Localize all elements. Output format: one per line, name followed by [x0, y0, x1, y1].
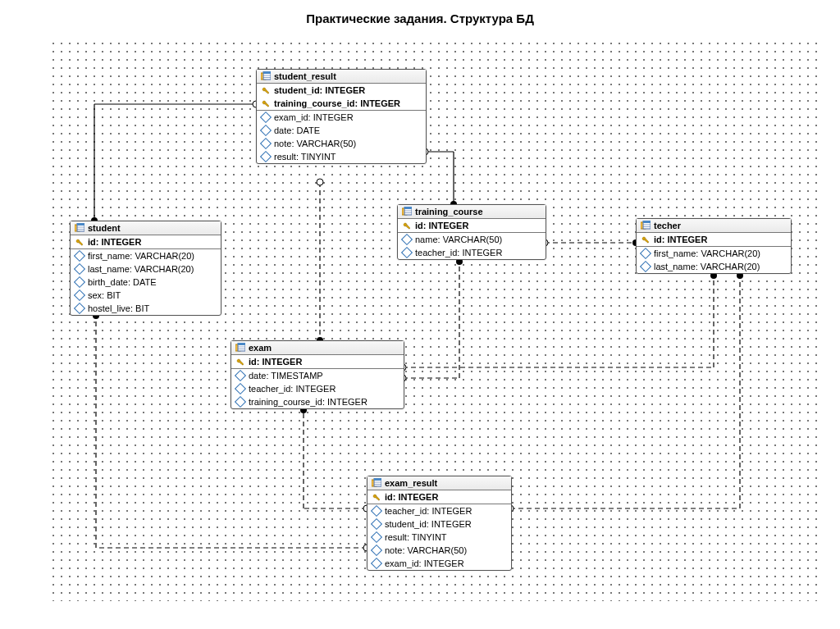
entity-exam_result[interactable]: exam_result id: INTEGERteacher_id: INTEG… [367, 476, 512, 571]
key-icon [641, 235, 650, 244]
column: last_name: VARCHAR(20) [71, 262, 221, 276]
key-icon [236, 358, 244, 366]
column: exam_id: INTEGER [368, 557, 511, 570]
column: student_id: INTEGER [368, 517, 511, 531]
diamond-icon [401, 247, 413, 258]
entity-name: exam [249, 343, 272, 353]
diamond-icon [235, 383, 246, 394]
key-icon [372, 493, 381, 501]
diamond-icon [235, 396, 246, 408]
diamond-icon [401, 234, 413, 245]
column: last_name: VARCHAR(20) [637, 260, 791, 273]
column: teacher_id: INTEGER [398, 246, 546, 259]
entity-training_course[interactable]: training_course id: INTEGERname: VARCHAR… [397, 204, 546, 260]
entity-header: student [71, 221, 221, 235]
diamond-icon [371, 505, 382, 517]
entity-name: student_result [274, 71, 336, 81]
key-icon [403, 221, 411, 230]
column: note: VARCHAR(50) [257, 137, 426, 150]
entity-techer[interactable]: techer id: INTEGERfirst_name: VARCHAR(20… [636, 218, 792, 274]
table-icon [641, 221, 651, 230]
table-icon [402, 207, 412, 217]
diamond-icon [371, 558, 382, 569]
pk-group: id: INTEGER [637, 233, 791, 247]
entity-name: training_course [415, 207, 483, 217]
diamond-icon [74, 263, 85, 275]
pk-column: id: INTEGER [231, 355, 404, 368]
column: note: VARCHAR(50) [368, 544, 511, 557]
column: teacher_id: INTEGER [368, 504, 511, 517]
diamond-icon [235, 370, 246, 381]
table-icon [261, 71, 271, 81]
diamond-icon [260, 125, 272, 136]
pk-group: student_id: INTEGER training_course_id: … [257, 84, 426, 111]
diamond-icon [74, 289, 85, 301]
table-icon [235, 343, 245, 353]
column: result: TINYINT [257, 150, 426, 163]
pk-column: id: INTEGER [637, 233, 791, 246]
entity-student_result[interactable]: student_result student_id: INTEGER train… [256, 69, 427, 164]
pk-group: id: INTEGER [231, 355, 404, 369]
diamond-icon [640, 248, 651, 259]
table-icon [372, 478, 381, 488]
svg-rect-17 [643, 221, 651, 223]
column: first_name: VARCHAR(20) [71, 249, 221, 262]
svg-rect-7 [77, 223, 84, 226]
svg-rect-22 [238, 343, 245, 345]
svg-rect-27 [374, 478, 381, 481]
diamond-icon [260, 151, 272, 162]
table-icon [75, 223, 84, 233]
diamond-icon [74, 303, 85, 314]
entity-header: student_result [257, 70, 426, 84]
pk-column: training_course_id: INTEGER [257, 97, 426, 110]
diamond-icon [260, 138, 272, 149]
diamond-icon [371, 518, 382, 530]
diamond-icon [74, 276, 85, 288]
column: birth_date: DATE [71, 276, 221, 289]
svg-rect-12 [404, 207, 412, 209]
column: teacher_id: INTEGER [231, 382, 404, 395]
page-title: Практические задания. Структура БД [0, 11, 840, 25]
pk-column: id: INTEGER [398, 219, 546, 232]
column: training_course_id: INTEGER [231, 395, 404, 408]
column: result: TINYINT [368, 531, 511, 544]
column: date: TIMESTAMP [231, 369, 404, 382]
diamond-icon [74, 250, 85, 262]
entity-name: exam_result [385, 478, 437, 488]
diamond-icon [371, 545, 382, 556]
pk-column: id: INTEGER [368, 490, 511, 504]
column: name: VARCHAR(50) [398, 233, 546, 246]
pk-group: id: INTEGER [71, 235, 221, 249]
entity-student[interactable]: student id: INTEGERfirst_name: VARCHAR(2… [70, 221, 221, 316]
entity-header: training_course [398, 205, 546, 219]
pk-group: id: INTEGER [398, 219, 546, 233]
entity-header: techer [637, 219, 791, 233]
diagram-page: Практические задания. Структура БД stude… [0, 0, 840, 629]
column: hostel_live: BIT [71, 302, 221, 315]
pk-column: student_id: INTEGER [257, 84, 426, 97]
entity-header: exam [231, 341, 404, 355]
pk-column: id: INTEGER [71, 235, 221, 248]
diamond-icon [371, 531, 382, 543]
column: exam_id: INTEGER [257, 111, 426, 124]
column: first_name: VARCHAR(20) [637, 247, 791, 260]
entity-header: exam_result [368, 476, 511, 490]
pk-group: id: INTEGER [368, 490, 511, 504]
key-icon [262, 86, 270, 94]
diamond-icon [260, 112, 272, 123]
column: sex: BIT [71, 289, 221, 302]
key-icon [75, 238, 84, 246]
key-icon [262, 99, 270, 107]
entity-name: student [88, 223, 121, 233]
entity-exam[interactable]: exam id: INTEGERdate: TIMESTAMPteacher_i… [231, 340, 404, 409]
entity-name: techer [654, 221, 681, 230]
diamond-icon [640, 261, 651, 272]
column: date: DATE [257, 124, 426, 137]
svg-rect-2 [263, 71, 271, 74]
